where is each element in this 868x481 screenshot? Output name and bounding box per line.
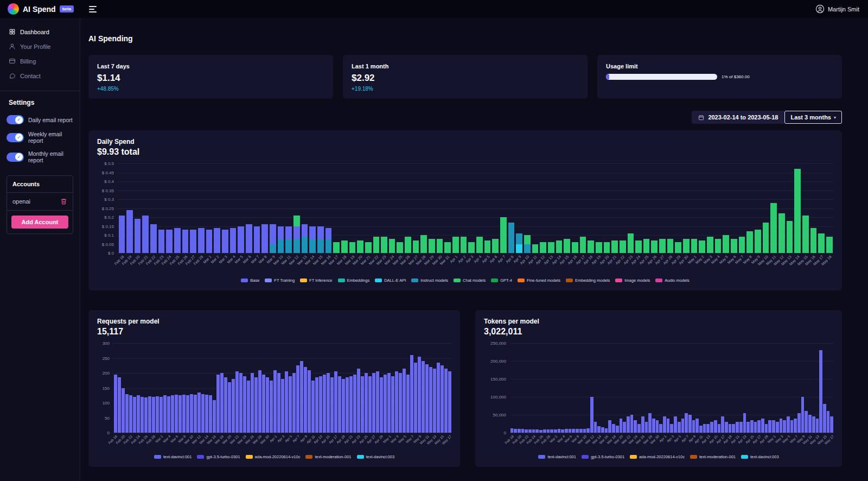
chart-bar — [197, 343, 201, 433]
toggle-daily-email[interactable]: ✓ Daily email report — [0, 112, 80, 128]
chart-bar — [214, 163, 220, 253]
toggle-weekly-email[interactable]: ✓ Weekly email report — [0, 128, 80, 147]
chart-bar — [309, 163, 316, 253]
chart-bar — [254, 343, 258, 433]
legend-item: GPT-4 — [491, 278, 512, 283]
sidebar-item-dashboard[interactable]: Dashboard — [0, 24, 80, 39]
dashboard-icon — [9, 28, 16, 35]
legend-item: Image models — [615, 278, 650, 283]
chart-bar — [308, 343, 311, 433]
legend-item: text-moderation-001 — [305, 454, 351, 459]
chart-bar — [586, 343, 590, 433]
chart-bar — [652, 343, 655, 433]
date-range-picker[interactable]: 2023-02-14 to 2023-05-18 — [692, 111, 784, 124]
toggle-switch[interactable]: ✓ — [7, 115, 24, 124]
account-name: openai — [12, 198, 30, 205]
chart-bar — [258, 343, 261, 433]
stat-label: Last 7 days — [97, 63, 324, 69]
date-range-text: 2023-02-14 to 2023-05-18 — [708, 114, 778, 121]
x-axis-labels: Feb 18Feb 19Feb 20Feb 21Feb 22Feb 23Feb … — [118, 253, 833, 277]
chart-bar — [405, 163, 411, 253]
chart-bar — [452, 163, 459, 253]
chart-bar — [492, 163, 499, 253]
chart-bar — [414, 343, 417, 433]
chart-bar — [381, 163, 387, 253]
x-tick-label: Apr 29 — [379, 433, 383, 453]
x-tick-label: May 17 — [830, 433, 834, 453]
chart-bar — [667, 163, 674, 253]
legend-item: text-davinci:003 — [741, 454, 779, 459]
chart-bar — [794, 343, 797, 433]
settings-heading: Settings — [0, 91, 80, 112]
stat-delta: +48.85% — [97, 86, 324, 92]
chart-bar — [692, 343, 695, 433]
chart-bar — [171, 343, 174, 433]
x-tick-label: May 7 — [410, 433, 413, 453]
legend-item: Audio models — [655, 278, 689, 283]
tokens-plot — [510, 343, 833, 433]
x-tick-label: Apr 7 — [500, 253, 508, 277]
account-row-openai: openai — [7, 193, 73, 211]
chart-bar — [285, 343, 288, 433]
chart-bar — [715, 163, 722, 253]
accounts-panel: Accounts openai Add Account — [7, 175, 73, 234]
chart-bar — [349, 163, 356, 253]
chart-bar — [238, 163, 244, 253]
chart-bar — [372, 343, 375, 433]
chart-bar — [122, 343, 125, 433]
x-tick-label: Mar 6 — [245, 253, 253, 277]
toggle-monthly-email[interactable]: ✓ Monthly email report — [0, 147, 80, 167]
add-account-button[interactable]: Add Account — [11, 216, 68, 229]
sidebar-item-contact[interactable]: Contact — [0, 68, 80, 83]
chart-bar — [326, 163, 332, 253]
legend-swatch — [538, 455, 545, 459]
x-tick-label: Apr 3 — [670, 433, 674, 453]
delete-account-icon[interactable] — [60, 198, 67, 205]
legend-item: DALL-E API — [375, 278, 406, 283]
sidebar-item-profile[interactable]: Your Profile — [0, 39, 80, 54]
stats-row: Last 7 days $1.14 +48.85% Last 1 month $… — [88, 55, 842, 99]
chart-bar — [144, 343, 148, 433]
chart-bar — [137, 343, 140, 433]
sidebar-item-billing[interactable]: Billing — [0, 54, 80, 68]
legend-item: gpt-3.5-turbo-0301 — [582, 454, 624, 459]
x-tick-label: Mar 6 — [174, 433, 178, 453]
chart-bar — [158, 163, 165, 253]
chart-bar — [611, 163, 618, 253]
user-menu[interactable]: Martijn Smit — [815, 4, 868, 14]
chart-bar — [761, 343, 764, 433]
legend-swatch — [615, 279, 622, 282]
chart-bar — [620, 343, 623, 433]
toggle-switch[interactable]: ✓ — [7, 153, 24, 162]
legend-item: text-davinci:001 — [538, 454, 576, 459]
chart-bar — [532, 343, 535, 433]
x-tick-label: Apr 7 — [685, 433, 688, 453]
chart-bar — [293, 163, 300, 253]
chart-bar — [596, 163, 602, 253]
legend-swatch — [690, 455, 697, 459]
chart-bar — [790, 343, 794, 433]
toggle-switch[interactable]: ✓ — [7, 133, 24, 142]
x-tick-label: Mar 7 — [253, 253, 261, 277]
chart-bar — [174, 163, 181, 253]
chart-bar — [569, 343, 572, 433]
chart-bar — [812, 343, 815, 433]
legend-swatch — [375, 279, 382, 282]
legend-item: text-moderation-001 — [690, 454, 736, 459]
chart-bar — [444, 163, 451, 253]
chart-bar — [755, 163, 761, 253]
range-preset-button[interactable]: Last 3 months ▾ — [784, 111, 842, 124]
sidebar-toggle-icon[interactable] — [89, 6, 97, 12]
chart-bar — [484, 163, 491, 253]
chart-bar — [540, 163, 546, 253]
chart-bar — [616, 343, 619, 433]
x-tick-label: May 5 — [786, 433, 790, 453]
x-tick-label: Mar 3 — [221, 253, 229, 277]
chart-bar — [323, 343, 326, 433]
chart-bar — [159, 343, 163, 433]
x-tick-label: May 18 — [825, 253, 833, 277]
user-name: Martijn Smit — [828, 6, 859, 12]
chart-bar — [637, 343, 641, 433]
chart-bar — [623, 343, 626, 433]
chart-bar — [357, 163, 363, 253]
